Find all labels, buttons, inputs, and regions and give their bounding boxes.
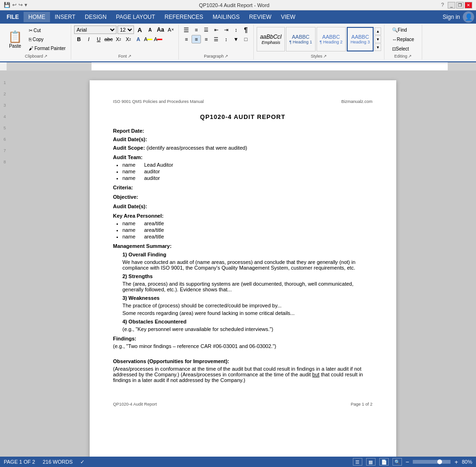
file-menu-button[interactable]: FILE bbox=[2, 12, 24, 22]
align-right-button[interactable]: ≡ bbox=[201, 35, 211, 43]
line-spacing-button[interactable]: ↕ bbox=[221, 35, 231, 43]
numbering-button[interactable]: ≡ bbox=[192, 25, 201, 34]
mailings-tab[interactable]: MAILINGS bbox=[208, 12, 244, 22]
underline-button[interactable]: U bbox=[94, 35, 103, 43]
status-right: ☰ ▦ 📄 🔍 − + 80% bbox=[353, 458, 472, 466]
clipboard-expand-icon[interactable]: ↗ bbox=[44, 54, 48, 59]
find-button[interactable]: 🔍 Find bbox=[390, 25, 409, 34]
style-heading2[interactable]: AABBC ¶ Heading 2 bbox=[317, 27, 346, 51]
document-title[interactable]: QP1020-4 AUDIT REPORT bbox=[113, 113, 373, 120]
undo-icon[interactable]: ↩ bbox=[12, 2, 17, 8]
redo-icon[interactable]: ↪ bbox=[18, 2, 23, 8]
font-expand-icon[interactable]: ↗ bbox=[128, 54, 132, 59]
editing-expand-icon[interactable]: ↗ bbox=[408, 54, 412, 59]
select-button[interactable]: ⊡ Select bbox=[390, 44, 411, 53]
save-icon[interactable]: 💾 bbox=[4, 2, 10, 8]
help-button[interactable]: ? bbox=[441, 2, 444, 8]
bullets-button[interactable]: ☰ bbox=[182, 25, 191, 34]
view-print-layout-button[interactable]: ☰ bbox=[353, 458, 362, 466]
close-button[interactable]: ✕ bbox=[465, 2, 472, 8]
view-outline-button[interactable]: 🔍 bbox=[392, 458, 402, 466]
design-tab[interactable]: DESIGN bbox=[80, 12, 111, 22]
bold-button[interactable]: B bbox=[74, 35, 84, 43]
objective-section: Objective: bbox=[113, 194, 373, 200]
align-center-button[interactable]: ≡ bbox=[192, 35, 201, 43]
decrease-indent-button[interactable]: ⇤ bbox=[211, 25, 221, 34]
user-avatar: 👤 bbox=[463, 11, 474, 23]
replace-button[interactable]: ↔ Replace bbox=[390, 35, 417, 43]
styles-scroll-up[interactable]: ▲ bbox=[375, 27, 381, 35]
multilevel-list-button[interactable]: ☰ bbox=[201, 25, 211, 34]
view-full-screen-button[interactable]: ▦ bbox=[366, 458, 376, 466]
font-name-select[interactable]: Arial bbox=[74, 25, 117, 34]
view-web-layout-button[interactable]: 📄 bbox=[379, 458, 389, 466]
zoom-thumb[interactable] bbox=[437, 459, 442, 464]
styles-more[interactable]: ▼ bbox=[375, 43, 381, 51]
text-effects-button[interactable]: A bbox=[134, 35, 143, 43]
copy-button[interactable]: ⎘ Copy bbox=[26, 35, 68, 43]
ruler-content[interactable] bbox=[92, 62, 448, 70]
font-color-button[interactable]: A bbox=[153, 35, 163, 43]
find-icon: 🔍 bbox=[392, 27, 398, 33]
insert-tab[interactable]: INSERT bbox=[50, 12, 80, 22]
review-tab[interactable]: REVIEW bbox=[244, 12, 276, 22]
change-case-button[interactable]: Aa bbox=[156, 25, 165, 34]
zoom-in-button[interactable]: + bbox=[454, 459, 458, 466]
paste-button[interactable]: 📋 Paste bbox=[5, 27, 25, 51]
increase-indent-button[interactable]: ⇥ bbox=[221, 25, 231, 34]
show-marks-button[interactable]: ¶ bbox=[241, 25, 251, 34]
strikethrough-button[interactable]: abc bbox=[104, 35, 113, 43]
weaknesses-text2: Some records regarding (area) were found… bbox=[123, 310, 373, 316]
format-painter-button[interactable]: 🖌 Format Painter bbox=[26, 44, 68, 52]
select-label: Select bbox=[396, 46, 409, 51]
format-painter-icon: 🖌 bbox=[29, 46, 33, 51]
mgmt-summary-section: Management Summary: bbox=[113, 243, 373, 249]
italic-button[interactable]: I bbox=[84, 35, 93, 43]
document-page[interactable]: ISO 9001 QMS Policies and Procedures Man… bbox=[90, 80, 396, 457]
font-size-select[interactable]: 12 bbox=[117, 25, 134, 34]
shading-button[interactable]: ▼ bbox=[231, 35, 241, 43]
subscript-button[interactable]: X2 bbox=[114, 35, 123, 43]
borders-button[interactable]: □ bbox=[241, 35, 251, 43]
findings-text: (e.g., "Two minor findings – reference C… bbox=[113, 343, 373, 349]
minimize-button[interactable]: _ bbox=[448, 2, 455, 8]
styles-label: Styles bbox=[311, 54, 323, 59]
footer-right: Page 1 of 2 bbox=[351, 402, 372, 407]
status-bar: PAGE 1 OF 2 216 WORDS ✓ ☰ ▦ 📄 🔍 − + 80% bbox=[0, 457, 476, 467]
style-emphasis[interactable]: aaBbCcI Emphasis bbox=[257, 27, 285, 51]
zoom-slider[interactable] bbox=[413, 460, 451, 464]
list-item: name area/title bbox=[123, 234, 373, 239]
restore-button[interactable]: ❐ bbox=[456, 2, 464, 8]
font-shrink-button[interactable]: A bbox=[145, 25, 155, 34]
quick-access-toolbar: 💾 ↩ ↪ ▾ bbox=[4, 2, 27, 8]
styles-scroll-down[interactable]: ▼ bbox=[375, 35, 381, 43]
ruler bbox=[0, 62, 476, 71]
cut-button[interactable]: ✂ Cut bbox=[26, 26, 68, 34]
style-heading3[interactable]: AABBC Heading 3 bbox=[347, 27, 374, 51]
align-left-button[interactable]: ≡ bbox=[182, 35, 191, 43]
sort-button[interactable]: ↕ bbox=[231, 25, 241, 34]
weaknesses-heading: 3) Weaknesses bbox=[123, 295, 373, 301]
page-layout-tab[interactable]: PAGE LAYOUT bbox=[111, 12, 160, 22]
view-tab[interactable]: VIEW bbox=[276, 12, 300, 22]
references-tab[interactable]: REFERENCES bbox=[160, 12, 208, 22]
header-right: Bizmanualz.com bbox=[341, 99, 372, 104]
sign-in-button[interactable]: Sign in 👤 bbox=[443, 11, 474, 23]
highlight-color-button[interactable]: A bbox=[143, 35, 153, 43]
superscript-button[interactable]: X2 bbox=[124, 35, 133, 43]
style-heading1[interactable]: AABBC ¶ Heading 1 bbox=[286, 27, 315, 51]
paragraph-expand-icon[interactable]: ↗ bbox=[225, 54, 228, 59]
font-label: Font bbox=[118, 54, 127, 59]
clear-formatting-button[interactable]: A✕ bbox=[166, 25, 175, 34]
zoom-out-button[interactable]: − bbox=[406, 459, 409, 466]
proofing-icon[interactable]: ✓ bbox=[80, 459, 84, 465]
justify-button[interactable]: ☰ bbox=[211, 35, 221, 43]
font-grow-button[interactable]: A bbox=[135, 25, 144, 34]
zoom-percent[interactable]: 80% bbox=[462, 459, 472, 465]
clipboard-group: 📋 Paste ✂ Cut ⎘ Copy 🖌 Format bbox=[2, 25, 71, 59]
home-tab[interactable]: HOME bbox=[24, 12, 50, 22]
window-title: QP1020-4 Audit Report - Word bbox=[27, 2, 441, 8]
document-area[interactable]: ISO 9001 QMS Policies and Procedures Man… bbox=[9, 71, 476, 457]
window-controls: ? _ ❐ ✕ bbox=[441, 2, 472, 8]
styles-expand-icon[interactable]: ↗ bbox=[323, 54, 327, 59]
